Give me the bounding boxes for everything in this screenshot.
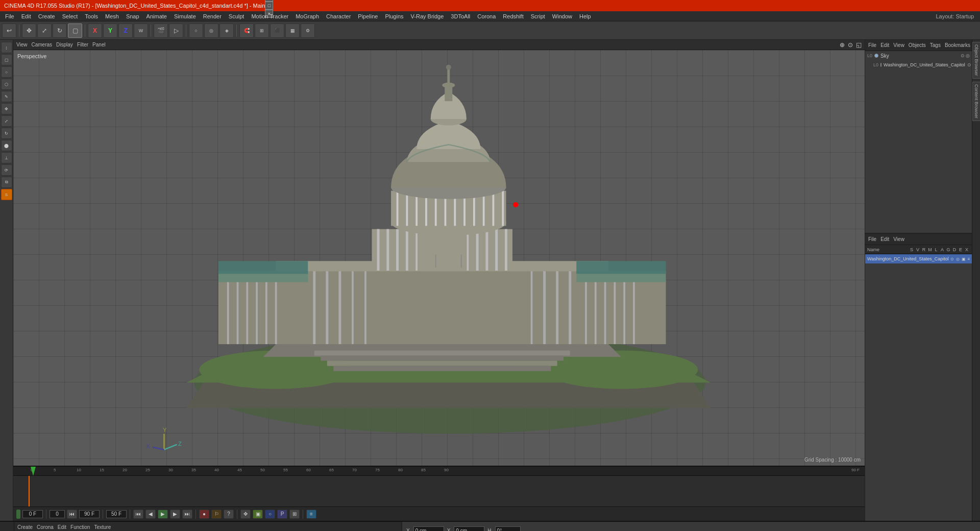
obj-menu-edit[interactable]: Edit: [880, 42, 889, 48]
select-button[interactable]: ▢: [68, 23, 82, 38]
layout-grid-button[interactable]: ▦: [285, 23, 300, 38]
menu-edit[interactable]: Edit: [18, 12, 34, 20]
menu-mograph[interactable]: MoGraph: [292, 12, 322, 20]
mat-menu-file[interactable]: File: [868, 236, 876, 242]
obj-sky[interactable]: L0 Sky ⊙ ◎: [865, 51, 972, 60]
lft-brush[interactable]: ⬤: [1, 140, 12, 151]
object-mode-button[interactable]: ○: [189, 23, 203, 38]
lft-rotate[interactable]: ↻: [1, 128, 12, 139]
tp-btn1[interactable]: ✥: [240, 510, 251, 519]
frame-range-start[interactable]: [50, 510, 65, 518]
obj-capitol[interactable]: L0 Washington_DC_United_States_Capitol ⊙: [865, 60, 972, 69]
tp-btn4[interactable]: P: [277, 510, 287, 519]
rotate-tool-button[interactable]: ↻: [53, 23, 67, 38]
render-button[interactable]: ▷: [169, 23, 183, 38]
lft-sculpt[interactable]: ⟳: [1, 164, 12, 176]
tp-btn2[interactable]: ▣: [253, 510, 263, 519]
menu-plugins[interactable]: Plugins: [382, 12, 406, 20]
next-frame-button[interactable]: ▶: [170, 510, 180, 519]
current-frame-input[interactable]: [22, 510, 43, 518]
lft-knife[interactable]: ⊥: [1, 152, 12, 163]
frame-range-end[interactable]: [106, 510, 127, 518]
menu-window[interactable]: Window: [549, 12, 575, 20]
goto-start-btn[interactable]: ⏮: [133, 510, 143, 519]
world-axis-button[interactable]: W: [134, 23, 148, 38]
mat-icon-2[interactable]: ◎: [956, 257, 960, 261]
timeline-playhead[interactable]: [29, 476, 30, 506]
viewport-menu-view[interactable]: View: [16, 42, 28, 47]
snap-button[interactable]: 🧲: [239, 23, 254, 38]
viewport-menu-cameras[interactable]: Cameras: [32, 42, 53, 47]
viewport-menu-display[interactable]: Display: [56, 42, 73, 47]
mat-icon-3[interactable]: ▣: [962, 257, 966, 261]
record-button[interactable]: ●: [199, 510, 209, 519]
menu-vray[interactable]: V-Ray Bridge: [408, 12, 447, 20]
viewport-menu-filter[interactable]: Filter: [77, 42, 88, 47]
scale-tool-button[interactable]: ⤢: [37, 23, 52, 38]
motion-button[interactable]: ?: [224, 510, 234, 519]
tab-object-browser[interactable]: Object Browser: [972, 42, 981, 79]
lft-pen[interactable]: ✎: [1, 91, 12, 102]
maximize-button[interactable]: □: [265, 2, 273, 10]
mat-prev-edit[interactable]: Edit: [58, 524, 66, 530]
axis-z-button[interactable]: Z: [118, 23, 133, 38]
sky-render[interactable]: ◎: [966, 53, 970, 58]
tp-btn5[interactable]: ⊞: [289, 510, 300, 519]
lft-scale[interactable]: ⤢: [1, 115, 12, 127]
menu-simulate[interactable]: Simulate: [171, 12, 199, 20]
lft-select-rect[interactable]: ▢: [1, 54, 12, 65]
viewport-icon-3[interactable]: ◱: [856, 41, 862, 49]
lft-move2[interactable]: ✥: [1, 103, 12, 114]
capitol-visibility[interactable]: ⊙: [967, 62, 971, 67]
menu-snap[interactable]: Snap: [123, 12, 142, 20]
menu-file[interactable]: File: [2, 12, 17, 20]
tp-timeline[interactable]: ≡: [306, 510, 316, 519]
mat-icon-1[interactable]: ⊙: [950, 257, 954, 261]
viewport[interactable]: Perspective: [13, 50, 865, 466]
sky-visibility[interactable]: ⊙: [961, 53, 965, 58]
menu-character[interactable]: Character: [323, 12, 354, 20]
coord-xr-input[interactable]: [454, 526, 484, 531]
mat-prev-function[interactable]: Function: [70, 524, 90, 530]
lft-select-circle[interactable]: ○: [1, 66, 12, 78]
auto-key-button[interactable]: ⚐: [211, 510, 222, 519]
mat-menu-edit[interactable]: Edit: [880, 236, 889, 242]
lft-move[interactable]: ↕: [1, 42, 12, 53]
menu-mesh[interactable]: Mesh: [102, 12, 122, 20]
play-button[interactable]: ▶: [158, 510, 168, 519]
menu-help[interactable]: Help: [576, 12, 594, 20]
mat-prev-create[interactable]: Create: [17, 524, 33, 530]
coord-x-input[interactable]: [413, 526, 444, 531]
axis-x-button[interactable]: X: [88, 23, 102, 38]
menu-sculpt[interactable]: Sculpt: [226, 12, 248, 20]
edge-mode-button[interactable]: ◎: [204, 23, 218, 38]
prev-frame-button[interactable]: ◀: [145, 510, 156, 519]
coord-h-input[interactable]: [495, 526, 521, 531]
menu-corona[interactable]: Corona: [474, 12, 499, 20]
mat-row-capitol[interactable]: Washington_DC_United_States_Capitol ⊙ ◎ …: [865, 254, 972, 263]
timeline-track[interactable]: [13, 476, 865, 506]
obj-menu-bookmarks[interactable]: Bookmarks: [945, 42, 970, 48]
menu-tools[interactable]: Tools: [82, 12, 101, 20]
axis-y-button[interactable]: Y: [103, 23, 117, 38]
lft-texture[interactable]: ⧉: [1, 177, 12, 188]
options-button[interactable]: ⚙: [301, 23, 315, 38]
lft-bp[interactable]: S: [1, 189, 12, 200]
viewport-icon-1[interactable]: ⊕: [840, 41, 845, 49]
mat-icon-4[interactable]: ≡: [968, 257, 970, 261]
viewport-menu-panel[interactable]: Panel: [92, 42, 106, 47]
menu-select[interactable]: Select: [59, 12, 81, 20]
obj-menu-view[interactable]: View: [893, 42, 904, 48]
goto-end-button[interactable]: ⏭: [182, 510, 192, 519]
menu-script[interactable]: Script: [528, 12, 548, 20]
obj-menu-tags[interactable]: Tags: [930, 42, 941, 48]
undo-button[interactable]: ↩: [2, 23, 16, 38]
render-view-button[interactable]: 🎬: [154, 23, 168, 38]
menu-motion-tracker[interactable]: Motion Tracker: [248, 12, 291, 20]
obj-menu-objects[interactable]: Objects: [909, 42, 926, 48]
mat-prev-texture[interactable]: Texture: [94, 524, 111, 530]
viewport-icon-2[interactable]: ⊙: [848, 41, 853, 49]
menu-pipeline[interactable]: Pipeline: [355, 12, 381, 20]
mat-menu-view[interactable]: View: [893, 236, 904, 242]
frame-range-mid[interactable]: [79, 510, 100, 518]
